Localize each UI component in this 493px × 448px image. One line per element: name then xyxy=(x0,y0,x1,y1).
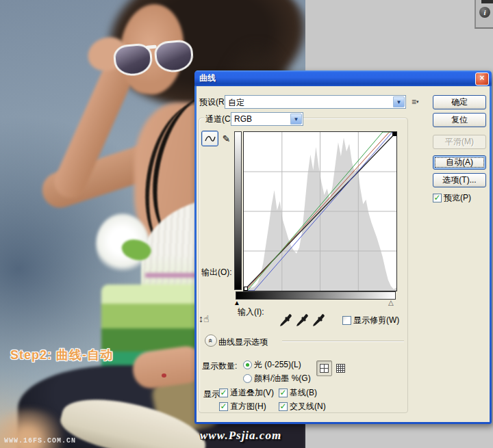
close-icon[interactable]: × xyxy=(475,73,489,85)
watermark-16fs: WWW.16FS.COM.CN xyxy=(4,437,76,445)
white-point-eyedropper-icon[interactable] xyxy=(311,313,326,328)
grid-4x4-icon xyxy=(336,364,345,373)
histogram-checkbox[interactable]: ✓ 直方图(H) xyxy=(219,401,266,412)
checkbox-check-icon[interactable]: ✓ xyxy=(219,388,228,397)
baseline-checkbox[interactable]: ✓ 基线(B) xyxy=(279,387,317,399)
curves-dialog: 曲线 × 预设(R): 自定 ▼ ≡▾ 确定 复位 平滑(M) 自动(A) 选项… xyxy=(194,70,492,424)
section-divider xyxy=(282,341,404,341)
dialog-body: 预设(R): 自定 ▼ ≡▾ 确定 复位 平滑(M) 自动(A) 选项(T)..… xyxy=(197,86,490,422)
show-clipping-checkbox[interactable]: 显示修剪(W) xyxy=(342,315,399,326)
step-caption: Step2: 曲线-自动 xyxy=(10,347,113,363)
photoshop-workspace: Step2: 曲线-自动 WWW.16FS.COM.CN www.Psjia.c… xyxy=(0,0,493,448)
auto-button[interactable]: 自动(A) xyxy=(433,155,486,170)
channel-value: RGB xyxy=(234,114,252,124)
preset-dropdown[interactable]: 自定 ▼ xyxy=(225,95,406,109)
info-icon[interactable]: i xyxy=(479,7,490,18)
menu-arrow-icon: ▾ xyxy=(416,99,419,104)
output-gradient-bar xyxy=(234,131,242,290)
radio-dot[interactable] xyxy=(243,360,252,369)
checkbox-check-icon[interactable]: ✓ xyxy=(433,194,442,202)
output-label: 输出(O): xyxy=(201,267,232,278)
preset-value: 自定 xyxy=(228,97,244,109)
photo-sunglasses xyxy=(111,36,196,77)
smooth-button: 平滑(M) xyxy=(433,135,486,149)
curve-point-tool-button[interactable] xyxy=(201,131,218,146)
histogram-label: 直方图(H) xyxy=(230,401,266,412)
input-gradient-bar xyxy=(236,291,396,300)
pointing-hand-icon: ☝ xyxy=(203,313,210,324)
checkbox-check-icon[interactable]: ✓ xyxy=(279,388,288,397)
curve-endpoint[interactable] xyxy=(244,287,248,291)
gray-point-eyedropper-icon[interactable] xyxy=(294,313,309,328)
preview-checkbox[interactable]: ✓ 预览(P) xyxy=(433,192,471,204)
panel-edge xyxy=(481,0,493,3)
curves-plot-frame[interactable] xyxy=(243,131,397,291)
chevron-down-icon[interactable]: ▼ xyxy=(393,96,405,107)
amount-label: 显示数量: xyxy=(202,360,237,372)
reset-button[interactable]: 复位 xyxy=(433,113,486,127)
preview-label: 预览(P) xyxy=(444,192,471,204)
options-button[interactable]: 选项(T)... xyxy=(433,173,486,187)
sunglasses-right-lens xyxy=(153,39,194,74)
preset-menu-icon[interactable]: ≡▾ xyxy=(412,96,424,108)
channel-overlays-checkbox[interactable]: ✓ 通道叠加(V) xyxy=(219,387,274,399)
intersection-line-label: 交叉线(N) xyxy=(290,401,326,412)
channel-dropdown[interactable]: RGB ▼ xyxy=(231,112,303,126)
curve-icon xyxy=(205,135,216,143)
dialog-title: 曲线 xyxy=(194,73,216,84)
radio-light-label: 光 (0-255)(L) xyxy=(254,359,301,371)
radio-light[interactable]: 光 (0-255)(L) xyxy=(243,359,301,371)
photo-nail xyxy=(162,373,166,378)
curve-endpoint[interactable] xyxy=(393,133,396,136)
on-image-adjust-tool[interactable]: ↕☝ xyxy=(199,313,216,331)
dialog-titlebar[interactable]: 曲线 × xyxy=(194,70,492,86)
checkbox-empty[interactable] xyxy=(342,316,351,325)
simple-grid-button[interactable] xyxy=(316,360,332,376)
chevron-up-icon: « xyxy=(207,339,214,343)
menu-lines-icon: ≡ xyxy=(412,97,416,107)
curves-plot[interactable] xyxy=(244,132,396,291)
radio-dot[interactable] xyxy=(243,374,252,383)
collapse-section-button[interactable]: « xyxy=(205,334,217,347)
radio-pigment-ink[interactable]: 颜料/油墨 %(G) xyxy=(243,373,311,384)
channel-overlays-label: 通道叠加(V) xyxy=(230,387,274,399)
show-clipping-label: 显示修剪(W) xyxy=(353,315,399,326)
pencil-tool-button[interactable]: ✎ xyxy=(218,131,235,146)
checkbox-check-icon[interactable]: ✓ xyxy=(219,402,228,411)
ok-button[interactable]: 确定 xyxy=(433,95,486,109)
grid-2x2-icon xyxy=(320,364,329,373)
section-title: 曲线显示选项 xyxy=(218,337,268,348)
input-label: 输入(I): xyxy=(238,306,264,318)
watermark-psjia: www.Psjia.com xyxy=(200,429,281,443)
baseline-label: 基线(B) xyxy=(290,387,317,399)
radio-pigment-label: 颜料/油墨 %(G) xyxy=(254,373,311,384)
chevron-down-icon[interactable]: ▼ xyxy=(290,114,302,124)
input-white-slider[interactable]: △ xyxy=(388,300,394,306)
up-down-arrows-icon: ↕ xyxy=(199,313,203,324)
input-black-slider[interactable]: ▲ xyxy=(233,300,240,306)
checkbox-check-icon[interactable]: ✓ xyxy=(279,402,288,411)
partial-panel: i xyxy=(475,0,493,29)
pencil-icon: ✎ xyxy=(223,133,231,144)
detailed-grid-button[interactable] xyxy=(334,362,347,375)
intersection-line-checkbox[interactable]: ✓ 交叉线(N) xyxy=(279,401,326,412)
black-point-eyedropper-icon[interactable] xyxy=(278,313,293,328)
